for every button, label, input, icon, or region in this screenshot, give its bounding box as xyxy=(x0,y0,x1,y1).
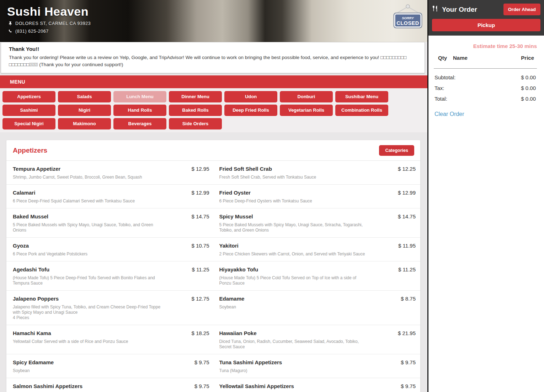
menu-item-description: 5 Piece Baked Mussels with Spicy Mayo, U… xyxy=(219,222,369,233)
menu-item-name: Hawaiian Poke xyxy=(219,330,257,336)
menu-item-name: Gyoza xyxy=(13,243,29,249)
menu-item-description: (House Made Tofu) 5 Piece Cold Tofu Serv… xyxy=(219,275,369,286)
menu-item-price: $ 12.99 xyxy=(398,190,416,196)
menu-item-price: $ 10.75 xyxy=(191,243,209,249)
category-button-donburi[interactable]: Donburi xyxy=(280,91,333,102)
category-button-beverages[interactable]: Beverages xyxy=(113,118,166,129)
menu-row: Baked Mussel$ 14.755 Piece Baked Mussels… xyxy=(6,208,420,238)
pickup-button[interactable]: Pickup xyxy=(432,19,540,31)
restaurant-phone-line: (831) 625-2067 xyxy=(8,29,427,34)
total-row-tax: Tax:$ 0.00 xyxy=(434,85,536,91)
menu-row: Tempura Appetizer$ 12.95Shrimp, Jumbo Ca… xyxy=(6,161,420,185)
menu-row: Calamari$ 12.996 Piece Deep-Fried Squid … xyxy=(6,185,420,208)
name-column-header: Name xyxy=(453,55,468,61)
menu-item-yakitori[interactable]: Yakitori$ 11.952 Piece Chicken Skewers w… xyxy=(218,243,416,257)
category-button-lunch-menu[interactable]: Lunch Menu xyxy=(113,91,166,102)
category-button-dinner-menu[interactable]: Dinner Menu xyxy=(169,91,222,102)
clear-order-link[interactable]: Clear Order xyxy=(434,111,464,117)
menu-item-baked-mussel[interactable]: Baked Mussel$ 14.755 Piece Baked Mussels… xyxy=(11,213,209,233)
menu-section-card: Appetizers Categories Tempura Appetizer$… xyxy=(6,140,420,392)
notice-title: Thank You!! xyxy=(9,46,417,52)
menu-item-hiyayakko-tofu[interactable]: Hiyayakko Tofu$ 11.25(House Made Tofu) 5… xyxy=(218,266,416,286)
menu-item-tuna-sashimi-appetizers[interactable]: Tuna Sashimi Appetizers$ 9.75Tuna (Magur… xyxy=(218,359,416,374)
qty-column-header: Qty xyxy=(438,55,447,61)
menu-item-name: Calamari xyxy=(13,190,35,196)
category-button-udon[interactable]: Udon xyxy=(224,91,277,102)
menu-item-fried-oyster[interactable]: Fried Oyster$ 12.996 Piece Deep-Fried Oy… xyxy=(218,190,416,204)
menu-item-list: Tempura Appetizer$ 12.95Shrimp, Jumbo Ca… xyxy=(6,161,420,392)
category-button-sushibar-menu[interactable]: Sushibar Menu xyxy=(335,91,388,102)
utensils-icon xyxy=(432,5,439,14)
menu-item-calamari[interactable]: Calamari$ 12.996 Piece Deep-Fried Squid … xyxy=(11,190,209,204)
menu-item-price: $ 12.75 xyxy=(191,296,209,302)
closed-sign: SORRY CLOSED xyxy=(393,4,423,31)
menu-row: Hamachi Kama$ 18.25Yellowtail Collar Ser… xyxy=(6,325,420,354)
order-sidebar: Your Order Order Ahead Pickup Estimate t… xyxy=(427,0,544,392)
menu-item-description: Fresh Soft Shell Crab, Served with Tonka… xyxy=(219,175,369,180)
category-button-nigiri[interactable]: Nigiri xyxy=(58,105,111,116)
menu-item-spicy-mussel[interactable]: Spicy Mussel$ 14.755 Piece Baked Mussels… xyxy=(218,213,416,233)
estimate-time-text: Estimate time 25-30 mins xyxy=(436,43,537,49)
menu-section-title: Appetizers xyxy=(13,147,47,154)
closed-sign-closed: CLOSED xyxy=(396,20,419,26)
menu-item-price: $ 12.99 xyxy=(191,190,209,196)
total-label: Subtotal: xyxy=(434,74,455,80)
category-button-makimono[interactable]: Makimono xyxy=(58,118,111,129)
category-button-hand-rolls[interactable]: Hand Rolls xyxy=(113,105,166,116)
menu-item-description: (House Made Tofu) 5 Piece Deep-Fried Tof… xyxy=(13,275,162,286)
menu-item-name: Baked Mussel xyxy=(13,213,48,219)
menu-item-price: $ 18.25 xyxy=(191,330,209,336)
menu-item-agedashi-tofu[interactable]: Agedashi Tofu$ 11.25(House Made Tofu) 5 … xyxy=(11,266,209,286)
menu-item-name: Yakitori xyxy=(219,243,239,249)
menu-item-hamachi-kama[interactable]: Hamachi Kama$ 18.25Yellowtail Collar Ser… xyxy=(11,330,209,350)
thank-you-notice: Thank You!! Thank you for ordering! Plea… xyxy=(1,42,425,73)
menu-item-name: Spicy Mussel xyxy=(219,213,253,219)
category-button-deep-fried-rolls[interactable]: Deep Fried Rolls xyxy=(224,105,277,116)
menu-item-jalapeno-poppers[interactable]: Jalapeno Poppers$ 12.75Jalapeno filled w… xyxy=(11,296,209,321)
notice-message: Thank you for ordering! Please write us … xyxy=(9,54,417,68)
categories-button[interactable]: Categories xyxy=(379,145,414,156)
menu-item-name: Jalapeno Poppers xyxy=(13,296,59,302)
menu-item-price: $ 9.75 xyxy=(401,359,416,365)
menu-item-salmon-sashimi-appetizers[interactable]: Salmon Sashimi Appetizers$ 9.75Salmon (S… xyxy=(11,383,209,392)
menu-item-note: 4 Pieces xyxy=(13,315,209,321)
order-ahead-button[interactable]: Order Ahead xyxy=(503,4,540,15)
menu-row: Spicy Edamame$ 9.75SoybeanTuna Sashimi A… xyxy=(6,354,420,378)
category-button-combination-rolls[interactable]: Combination Rolls xyxy=(335,105,388,116)
menu-item-edamame[interactable]: Edamame$ 8.75Soybean xyxy=(218,296,416,321)
menu-item-description: Shrimp, Jumbo Carrot, Sweet Potato, Broc… xyxy=(13,175,162,180)
category-button-special-nigiri[interactable]: Special Nigiri xyxy=(2,118,55,129)
menu-item-spicy-edamame[interactable]: Spicy Edamame$ 9.75Soybean xyxy=(11,359,209,374)
total-value: $ 0.00 xyxy=(521,74,536,80)
menu-item-description: 6 Piece Deep-Fried Squid Calamari Served… xyxy=(13,198,162,204)
menu-item-description: Yellowtail Collar Served with a side of … xyxy=(13,339,162,344)
restaurant-hero-banner: Sushi Heaven DOLORES ST, CARMEL CA 93923… xyxy=(0,0,427,42)
menu-item-price: $ 14.75 xyxy=(191,213,209,219)
order-table-divider xyxy=(434,68,537,69)
menu-item-name: Spicy Edamame xyxy=(13,359,54,365)
category-button-appetizers[interactable]: Appetizers xyxy=(2,91,55,102)
restaurant-address: DOLORES ST, CARMEL CA 93923 xyxy=(15,21,91,26)
total-label: Tax: xyxy=(434,85,444,91)
menu-item-tempura-appetizer[interactable]: Tempura Appetizer$ 12.95Shrimp, Jumbo Ca… xyxy=(11,166,209,180)
menu-item-price: $ 11.25 xyxy=(192,266,209,272)
restaurant-address-line: DOLORES ST, CARMEL CA 93923 xyxy=(8,21,427,26)
category-button-side-orders[interactable]: Side Orders xyxy=(169,118,222,129)
category-button-sashimi[interactable]: Sashimi xyxy=(2,105,55,116)
menu-item-gyoza[interactable]: Gyoza$ 10.756 Piece Pork and Vegetable P… xyxy=(11,243,209,257)
menu-item-price: $ 12.95 xyxy=(191,166,209,172)
menu-row: Salmon Sashimi Appetizers$ 9.75Salmon (S… xyxy=(6,378,420,392)
menu-section-header: Appetizers Categories xyxy=(6,140,420,161)
total-value: $ 0.00 xyxy=(521,85,536,91)
menu-item-name: Hiyayakko Tofu xyxy=(219,266,258,272)
menu-item-hawaiian-poke[interactable]: Hawaiian Poke$ 21.95Diced Tuna, Onion, R… xyxy=(218,330,416,350)
menu-item-name: Yellowtail Sashimi Appetizers xyxy=(219,383,294,389)
menu-item-fried-soft-shell-crab[interactable]: Fried Soft Shell Crab$ 12.25Fresh Soft S… xyxy=(218,166,416,180)
menu-item-description: 5 Piece Baked Mussels with Spicy Mayo, U… xyxy=(13,222,162,233)
category-button-baked-rolls[interactable]: Baked Rolls xyxy=(169,105,222,116)
menu-item-description: Tuna (Maguro) xyxy=(219,368,369,374)
category-button-vegetarian-rolls[interactable]: Vegetarian Rolls xyxy=(280,105,333,116)
restaurant-name: Sushi Heaven xyxy=(0,0,427,18)
menu-item-yellowtail-sashimi-appetizers[interactable]: Yellowtail Sashimi Appetizers$ 9.75Yello… xyxy=(218,383,416,392)
category-button-salads[interactable]: Salads xyxy=(58,91,111,102)
